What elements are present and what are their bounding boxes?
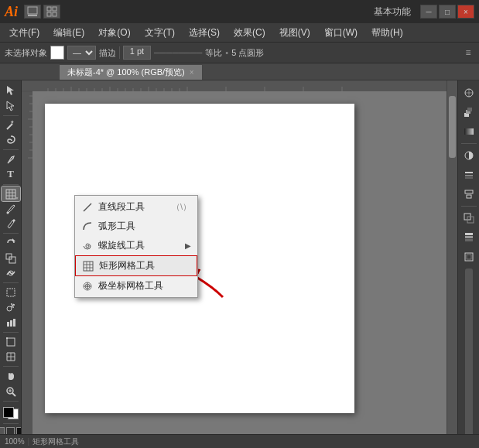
svg-rect-2: [47, 7, 51, 11]
rt-gradient-tool[interactable]: [460, 122, 478, 141]
rt-opacity-tool[interactable]: [460, 146, 478, 165]
tool-graph[interactable]: [2, 316, 20, 330]
tool-hand[interactable]: [2, 369, 20, 383]
svg-marker-7: [7, 101, 14, 111]
svg-point-23: [13, 304, 15, 306]
ctx-label-line-tool: 直线段工具: [98, 200, 145, 214]
ruler-top: [33, 80, 446, 91]
menu-file[interactable]: 文件(F): [3, 25, 46, 41]
svg-point-24: [12, 306, 14, 308]
rt-transform-tool[interactable]: [460, 209, 478, 227]
tool-sep-7: [3, 366, 19, 367]
workspace-btn[interactable]: [24, 5, 41, 19]
view-toggle-btn[interactable]: [43, 5, 60, 19]
tool-scale[interactable]: [2, 251, 20, 265]
svg-marker-9: [10, 120, 14, 124]
options-more-icon[interactable]: ≡: [462, 46, 474, 59]
fill-swatch[interactable]: [50, 46, 64, 60]
tool-zoom[interactable]: [2, 385, 20, 398]
tool-direct-select[interactable]: [2, 98, 20, 112]
maximize-button[interactable]: □: [439, 5, 456, 19]
tool-free-transform[interactable]: [2, 286, 20, 299]
svg-line-8: [7, 124, 12, 129]
svg-line-73: [84, 203, 91, 211]
svg-point-22: [11, 303, 12, 305]
tool-sep-8: [3, 401, 19, 402]
tool-magic-wand[interactable]: [2, 118, 20, 132]
rt-sep-1: [461, 143, 477, 144]
main-area: T ▼: [0, 80, 479, 448]
menu-bar: 文件(F) 编辑(E) 对象(O) 文字(T) 选择(S) 效果(C) 视图(V…: [0, 23, 479, 42]
tool-sep-5: [3, 282, 19, 283]
tab-close-icon[interactable]: ×: [190, 68, 194, 77]
rt-layers-tool[interactable]: [460, 228, 478, 247]
rt-artboard-tool[interactable]: [460, 248, 478, 266]
menu-help[interactable]: 帮助(H): [365, 25, 409, 41]
menu-select[interactable]: 选择(S): [183, 25, 226, 41]
ruler-left: [22, 80, 33, 437]
rt-color-tool[interactable]: [460, 103, 478, 121]
context-menu: 直线段工具 （\） 弧形工具 螺旋线工具 ▶: [74, 195, 198, 298]
ctx-arrow-spiral: ▶: [185, 241, 191, 250]
tool-warp[interactable]: [2, 266, 20, 280]
stroke-label: 描边: [99, 47, 116, 59]
rt-align-tool[interactable]: [460, 185, 478, 203]
ctx-item-arc-tool[interactable]: 弧形工具: [75, 217, 197, 236]
tool-lasso[interactable]: [2, 133, 20, 147]
menu-edit[interactable]: 编辑(E): [47, 25, 91, 41]
tool-sep-4: [3, 233, 19, 234]
polar-grid-tool-icon: [81, 280, 94, 292]
vertical-scrollbar[interactable]: [446, 80, 457, 437]
menu-effect[interactable]: 效果(C): [228, 25, 272, 41]
ctx-item-line-tool[interactable]: 直线段工具 （\）: [75, 197, 197, 217]
stroke-width-input[interactable]: 1 pt: [123, 46, 151, 60]
close-button[interactable]: ×: [457, 5, 474, 19]
rect-grid-tool-icon: [82, 260, 94, 272]
type-icon: T: [7, 168, 14, 180]
left-toolbar: T ▼: [0, 80, 22, 448]
tool-line-grid[interactable]: ▼: [2, 186, 20, 200]
size-label: 5 点圆形: [231, 47, 264, 59]
tool-symbol-spray[interactable]: [2, 300, 20, 314]
canvas-area: 直线段工具 （\） 弧形工具 螺旋线工具 ▶: [22, 80, 457, 448]
svg-rect-20: [7, 289, 15, 296]
svg-rect-0: [28, 7, 37, 14]
menu-window[interactable]: 窗口(W): [318, 25, 364, 41]
menu-type[interactable]: 文字(T): [139, 25, 181, 41]
svg-rect-97: [467, 195, 471, 198]
svg-rect-101: [465, 236, 473, 238]
tool-type[interactable]: T: [2, 167, 20, 181]
menu-object[interactable]: 对象(O): [92, 25, 136, 41]
vertical-scroll-thumb[interactable]: [449, 96, 456, 158]
ctx-item-polar-grid-tool[interactable]: 极坐标网格工具: [75, 276, 197, 296]
tool-pencil[interactable]: [2, 217, 20, 231]
menu-view[interactable]: 视图(V): [273, 25, 316, 41]
ctx-label-polar-grid-tool: 极坐标网格工具: [98, 279, 163, 292]
ctx-item-rect-grid-tool[interactable]: 矩形网格工具: [75, 255, 197, 276]
ctx-label-spiral-tool: 螺旋线工具: [98, 239, 145, 252]
svg-rect-100: [465, 233, 473, 235]
tool-rotate[interactable]: [2, 236, 20, 250]
minimize-button[interactable]: ─: [420, 5, 437, 19]
doc-tabs: 未标题-4* @ 100% (RGB/预览) ×: [0, 63, 479, 80]
rt-scrollbar[interactable]: [465, 268, 473, 443]
svg-rect-28: [7, 338, 15, 346]
ctx-item-spiral-tool[interactable]: 螺旋线工具 ▶: [75, 236, 197, 255]
tool-artboard[interactable]: [2, 335, 20, 349]
document-tab[interactable]: 未标题-4* @ 100% (RGB/预览) ×: [59, 64, 203, 80]
tool-select[interactable]: [2, 84, 20, 97]
tool-brush[interactable]: [2, 202, 20, 216]
tool-pen[interactable]: [2, 152, 20, 166]
fill-type-select[interactable]: —: [67, 46, 96, 60]
line-tool-icon: [81, 201, 94, 214]
svg-point-15: [6, 211, 9, 214]
color-swatches[interactable]: [2, 405, 20, 421]
title-bar: Ai 基本功能 ─ □ ×: [0, 0, 479, 23]
svg-rect-74: [84, 262, 93, 271]
rt-brush-tool[interactable]: [460, 84, 478, 102]
rt-stroke-tool[interactable]: [460, 166, 478, 184]
tool-slice[interactable]: [2, 350, 20, 364]
foreground-color-swatch[interactable]: [3, 407, 14, 418]
document-tab-label: 未标题-4* @ 100% (RGB/预览): [67, 67, 185, 78]
ai-logo-icon: Ai: [5, 4, 18, 20]
